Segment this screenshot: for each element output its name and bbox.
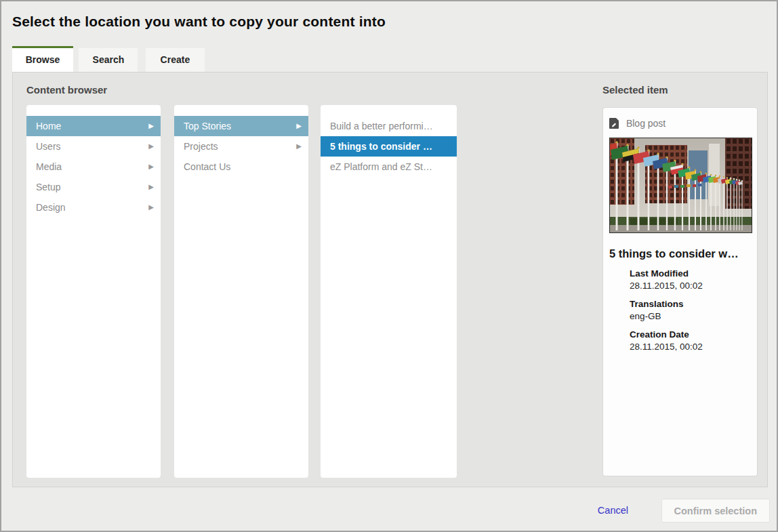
confirm-selection-button[interactable]: Confirm selection [661, 499, 770, 523]
selected-item-title: 5 things to consider w… [609, 247, 751, 260]
content-type-row: Blog post [609, 118, 751, 131]
tree-item-home[interactable]: Home ▶ [26, 116, 161, 136]
tree-item-top-stories[interactable]: Top Stories ▶ [174, 116, 308, 136]
browser-column-root: Home ▶ Users ▶ Media ▶ Setup ▶ Design ▶ [26, 105, 161, 478]
browse-panel: Content browser Selected item Home ▶ Use… [12, 72, 768, 487]
tree-item-label: Build a better performi… [330, 121, 433, 131]
tree-item-label: eZ Platform and eZ St… [330, 161, 432, 172]
browser-column-level3: Build a better performi… 5 things to con… [321, 105, 457, 478]
chevron-right-icon: ▶ [148, 157, 154, 177]
content-type-label: Blog post [626, 118, 666, 129]
chevron-right-icon: ▶ [296, 136, 302, 157]
tree-item-build-a-better[interactable]: Build a better performi… [321, 116, 457, 136]
selected-item-card: Blog post [602, 107, 758, 476]
chevron-right-icon: ▶ [296, 116, 302, 136]
chevron-right-icon: ▶ [148, 116, 154, 136]
content-browser-heading: Content browser [26, 84, 107, 96]
tree-item-users[interactable]: Users ▶ [26, 136, 161, 157]
meta-value: 28.11.2015, 00:02 [630, 281, 751, 291]
selected-item-meta: Last Modified 28.11.2015, 00:02 Translat… [630, 268, 751, 352]
tree-item-5-things[interactable]: 5 things to consider … [321, 136, 457, 157]
tree-item-label: Contact Us [184, 161, 230, 172]
tree-item-setup[interactable]: Setup ▶ [26, 177, 161, 197]
chevron-right-icon: ▶ [148, 136, 154, 157]
cancel-button[interactable]: Cancel [598, 505, 628, 516]
page-title: Select the location you want to copy you… [12, 14, 386, 30]
content-preview-image [609, 138, 752, 233]
dialog-footer: Cancel Confirm selection [1, 487, 778, 532]
tree-item-contact-us[interactable]: Contact Us [174, 157, 308, 177]
tree-item-label: Users [36, 141, 61, 152]
tree-item-label: Media [36, 161, 62, 172]
tab-search[interactable]: Search [79, 48, 138, 72]
copy-content-dialog: Select the location you want to copy you… [0, 0, 778, 532]
tree-item-label: 5 things to consider … [330, 141, 432, 152]
selected-item-heading: Selected item [602, 84, 668, 96]
tree-item-media[interactable]: Media ▶ [26, 157, 161, 177]
meta-label: Creation Date [630, 329, 751, 340]
tree-item-label: Top Stories [184, 121, 231, 131]
browser-column-level2: Top Stories ▶ Projects ▶ Contact Us [174, 105, 308, 478]
tab-create[interactable]: Create [146, 48, 205, 72]
meta-label: Translations [630, 299, 751, 309]
meta-value: eng-GB [630, 311, 751, 321]
tree-item-label: Design [36, 202, 66, 213]
chevron-right-icon: ▶ [148, 177, 154, 197]
tree-item-design[interactable]: Design ▶ [26, 197, 161, 218]
tab-bar: Browse Search Create [12, 46, 205, 72]
tree-item-projects[interactable]: Projects ▶ [174, 136, 308, 157]
tree-item-label: Home [36, 121, 61, 131]
meta-label: Last Modified [630, 268, 751, 279]
tree-item-ez-platform[interactable]: eZ Platform and eZ St… [321, 157, 457, 177]
tree-item-label: Projects [184, 141, 218, 152]
document-icon [609, 118, 619, 131]
tab-browse[interactable]: Browse [12, 46, 73, 72]
tree-item-label: Setup [36, 182, 61, 192]
chevron-right-icon: ▶ [148, 197, 154, 218]
meta-value: 28.11.2015, 00:02 [630, 342, 751, 352]
